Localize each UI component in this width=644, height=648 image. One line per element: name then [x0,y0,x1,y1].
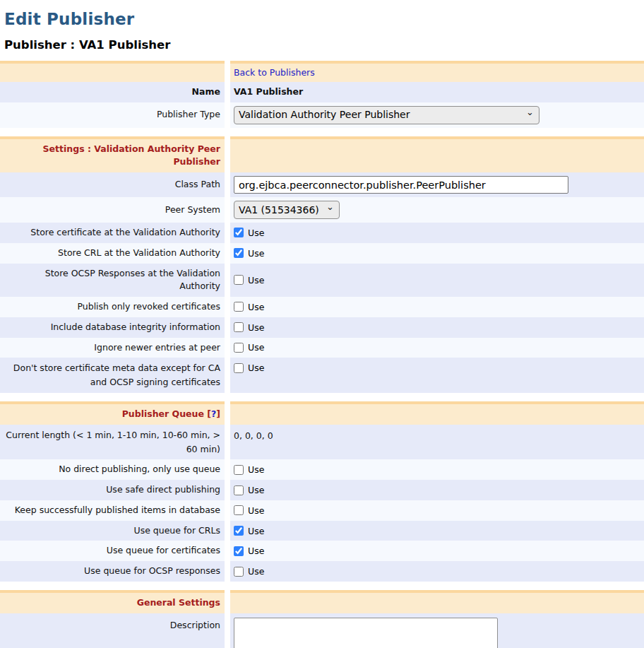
ignore-newer-checkbox[interactable] [234,343,244,353]
general-heading: General Settings [137,597,220,608]
store-ocsp-checkbox[interactable] [234,275,244,285]
no-direct-publishing-label: No direct publishing, only use queue [59,463,220,476]
queue-crls-label: Use queue for CRLs [133,524,220,538]
queue-crls-row: Use queue for CRLs Use [0,521,644,541]
safe-direct-publishing-checkbox-label[interactable]: Use [234,485,264,495]
peer-system-row: Peer System VA1 (51534366) [0,197,644,223]
db-integrity-row: Include database integrity information U… [0,317,644,338]
queue-header-row: Publisher Queue [?] [0,401,644,425]
db-integrity-checkbox-label[interactable]: Use [234,322,264,333]
class-path-row: Class Path [0,172,644,197]
current-length-label: Current length (< 1 min, 1-10 min, 10-60… [6,430,220,454]
publish-revoked-row: Publish only revoked certificates Use [0,297,644,317]
store-ocsp-checkbox-label[interactable]: Use [234,275,264,285]
publisher-type-select-wrap: Validation Authority Peer Publisher [234,106,539,124]
store-certificate-row: Store certificate at the Validation Auth… [0,223,644,243]
queue-ocsp-label: Use queue for OCSP responses [84,565,220,578]
no-meta-data-label: Don't store certificate meta data except… [13,363,220,387]
current-length-row: Current length (< 1 min, 1-10 min, 10-60… [0,425,644,460]
safe-direct-publishing-checkbox[interactable] [234,485,244,495]
general-header-row: General Settings [0,590,644,613]
section-settings: Settings : Validation Authority Peer Pub… [0,136,644,393]
queue-certificates-checkbox[interactable] [234,546,244,556]
description-textarea[interactable] [234,618,498,648]
store-ocsp-label: Store OCSP Responses at the Validation A… [4,267,220,294]
class-path-input[interactable] [234,176,568,194]
no-direct-publishing-row: No direct publishing, only use queue Use [0,459,644,480]
top-header-row: Back to Publishers [0,61,644,82]
page-title: Edit Publisher [4,10,644,28]
store-certificate-checkbox[interactable] [234,228,244,237]
section-queue: Publisher Queue [?] Current length (< 1 … [0,401,644,582]
publish-revoked-checkbox-label[interactable]: Use [234,302,264,312]
safe-direct-publishing-row: Use safe direct publishing Use [0,480,644,500]
store-crl-checkbox[interactable] [234,248,244,258]
name-value: VA1 Publisher [234,86,303,99]
store-crl-checkbox-label[interactable]: Use [234,248,264,259]
queue-crls-checkbox[interactable] [234,526,244,536]
db-integrity-checkbox[interactable] [234,322,244,332]
name-label: Name [192,86,220,99]
no-direct-publishing-checkbox-label[interactable]: Use [234,464,264,475]
keep-published-checkbox-label[interactable]: Use [234,505,264,516]
keep-published-checkbox[interactable] [234,505,244,515]
publish-revoked-label: Publish only revoked certificates [77,300,220,314]
ignore-newer-label: Ignore newer entries at peer [94,341,220,355]
publish-revoked-checkbox[interactable] [234,302,244,312]
settings-header-row: Settings : Validation Authority Peer Pub… [0,136,644,172]
no-meta-data-checkbox-label[interactable]: Use [234,363,264,373]
queue-crls-checkbox-label[interactable]: Use [234,526,264,536]
settings-heading: Settings : Validation Authority Peer Pub… [43,143,220,167]
safe-direct-publishing-label: Use safe direct publishing [106,483,220,497]
no-direct-publishing-checkbox[interactable] [234,465,244,475]
peer-system-label: Peer System [165,204,220,217]
peer-system-select[interactable]: VA1 (51534366) [234,201,340,219]
ignore-newer-row: Ignore newer entries at peer Use [0,338,644,358]
description-row: Description [0,613,644,648]
section-general: General Settings Description [0,590,644,648]
keep-published-label: Keep successfully published items in dat… [15,504,220,517]
store-certificate-label: Store certificate at the Validation Auth… [30,226,220,240]
keep-published-row: Keep successfully published items in dat… [0,500,644,521]
store-crl-label: Store CRL at the Validation Authority [58,247,220,260]
queue-ocsp-row: Use queue for OCSP responses Use [0,561,644,582]
no-meta-data-row: Don't store certificate meta data except… [0,358,644,393]
no-meta-data-checkbox[interactable] [234,363,244,373]
store-crl-row: Store CRL at the Validation Authority Us… [0,243,644,264]
publisher-type-select[interactable]: Validation Authority Peer Publisher [234,106,539,124]
queue-ocsp-checkbox-label[interactable]: Use [234,566,264,577]
db-integrity-label: Include database integrity information [51,321,220,334]
ignore-newer-checkbox-label[interactable]: Use [234,342,264,353]
name-row: Name VA1 Publisher [0,82,644,102]
queue-certificates-checkbox-label[interactable]: Use [234,546,264,556]
publisher-type-label: Publisher Type [157,108,220,122]
queue-certificates-row: Use queue for certificates Use [0,541,644,561]
store-ocsp-row: Store OCSP Responses at the Validation A… [0,264,644,298]
description-label: Description [170,620,220,630]
queue-ocsp-checkbox[interactable] [234,567,244,577]
current-length-value: 0, 0, 0, 0 [234,430,273,441]
queue-heading: Publisher Queue [122,408,204,419]
peer-system-select-wrap: VA1 (51534366) [234,201,340,219]
page-subtitle: Publisher : VA1 Publisher [4,38,644,52]
edit-publisher-page: Edit Publisher Publisher : VA1 Publisher… [0,10,644,648]
section-top: Back to Publishers Name VA1 Publisher Pu… [0,61,644,128]
store-certificate-checkbox-label[interactable]: Use [234,228,264,238]
class-path-label: Class Path [175,178,220,192]
publisher-type-row: Publisher Type Validation Authority Peer… [0,102,644,128]
queue-certificates-label: Use queue for certificates [107,544,220,558]
back-to-publishers-link[interactable]: Back to Publishers [234,67,315,78]
